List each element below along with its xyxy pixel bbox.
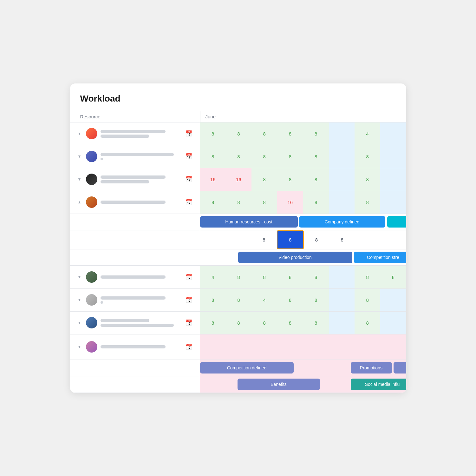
task-bar-company-defined[interactable]: Company defined [299,216,385,228]
calendar-icon[interactable]: 📅 [185,176,192,183]
day-cell[interactable]: 8 [277,312,303,334]
day-cell[interactable]: 8 [355,266,380,288]
day-cell[interactable]: 16 [277,191,303,214]
day-cell[interactable]: 8 [251,122,277,145]
day-cell[interactable]: 8 [277,289,303,311]
day-cell[interactable] [380,122,406,145]
day-cell[interactable]: 8 [226,312,251,334]
day-cell[interactable] [380,334,406,360]
day-cell[interactable]: 16 [226,168,251,191]
expand-arrow[interactable]: ▼ [78,298,83,302]
day-cell[interactable] [380,289,406,311]
day-cell[interactable] [329,312,355,334]
day-cell[interactable]: 8 [277,145,303,168]
day-cell[interactable]: 8 [251,230,277,249]
expand-arrow[interactable]: ▼ [78,275,83,279]
day-cell[interactable]: 8 [329,230,355,249]
expand-arrow[interactable]: ▼ [78,154,83,159]
calendar-icon[interactable]: 📅 [185,274,192,281]
name-bar [101,175,166,179]
day-cell[interactable]: 8 [251,145,277,168]
calendar-icon[interactable]: 📅 [185,296,192,303]
day-cell[interactable] [355,334,380,360]
day-cell[interactable]: 8 [303,122,329,145]
task-bar-competition-defined[interactable]: Competition defined [200,362,294,374]
day-cell[interactable] [329,145,355,168]
expand-arrow[interactable]: ▼ [78,177,83,182]
day-cell[interactable] [355,230,381,249]
day-cell[interactable] [380,168,406,191]
day-cell[interactable]: 8 [303,289,329,311]
expand-arrow[interactable]: ▲ [78,200,83,204]
day-cell[interactable] [380,145,406,168]
day-cell[interactable]: 8 [355,289,380,311]
calendar-icon[interactable]: 📅 [185,130,192,137]
task-bar-competition-stre[interactable]: Competition stre [354,252,406,263]
day-cell[interactable]: 8 [355,191,380,214]
day-cell[interactable] [200,334,226,360]
day-cell[interactable]: 8 [251,266,277,288]
calendar-icon[interactable]: 📅 [185,199,192,206]
day-cell[interactable] [277,334,303,360]
day-cell[interactable]: 8 [200,289,226,311]
day-cell[interactable]: 4 [355,122,380,145]
day-cell[interactable]: 8 [251,312,277,334]
day-cell[interactable]: 8 [303,312,329,334]
day-cell[interactable]: 16 [200,168,226,191]
day-cell[interactable]: 8 [277,168,303,191]
day-cell[interactable]: 8 [380,266,406,288]
day-cell[interactable]: 8 [355,145,380,168]
day-cell[interactable] [329,289,355,311]
day-cell[interactable]: 8 [226,145,251,168]
task-bar-social-media[interactable]: Social media influ [351,379,406,390]
day-cell[interactable]: 8 [251,168,277,191]
task-bar-human-resources[interactable]: Human resources - cost [200,216,298,228]
day-cell[interactable] [200,230,226,249]
day-cell[interactable] [329,168,355,191]
day-cell[interactable]: 8 [200,122,226,145]
day-cell[interactable]: 8 [303,191,329,214]
day-cell[interactable]: 8 [303,168,329,191]
day-cell[interactable]: 8 [277,122,303,145]
expand-arrow[interactable]: ▼ [78,131,83,136]
day-cell[interactable]: 8 [200,191,226,214]
day-cell[interactable]: 8 [251,191,277,214]
day-cell[interactable] [226,334,251,360]
day-cell[interactable] [329,266,355,288]
task-bar-promotions[interactable]: Promotions [351,362,392,374]
day-cell[interactable]: 8 [303,145,329,168]
day-cell[interactable] [329,334,355,360]
day-cell[interactable] [303,334,329,360]
calendar-icon[interactable]: 📅 [185,343,192,350]
day-cell[interactable]: 8 [200,312,226,334]
day-cell[interactable]: 8 [304,230,329,249]
day-cell[interactable]: 8 [200,145,226,168]
day-cell[interactable] [251,334,277,360]
day-cell[interactable]: 8 [277,266,303,288]
calendar-icon[interactable]: 📅 [185,153,192,160]
day-cell[interactable]: 8 [226,191,251,214]
day-cell[interactable] [380,312,406,334]
day-cell[interactable]: 4 [200,266,226,288]
day-cell[interactable]: 8 [226,266,251,288]
calendar-icon[interactable]: 📅 [185,319,192,326]
task-bar-promotions-ext[interactable] [394,362,406,374]
expand-arrow[interactable]: ▼ [78,345,83,349]
day-cell[interactable] [381,230,406,249]
day-cell[interactable] [225,230,251,249]
expand-arrow[interactable]: ▼ [78,321,83,325]
day-cell-selected[interactable]: 8 [277,230,304,249]
task-bar-benefits[interactable]: Benefits [238,379,320,390]
task-bar-video-production[interactable]: Video production [238,252,352,263]
day-cell[interactable]: 8 [226,289,251,311]
day-cell[interactable]: 4 [251,289,277,311]
day-cell[interactable] [329,122,355,145]
day-cell[interactable]: 8 [355,312,380,334]
task-label: Social media influ [365,382,400,387]
day-cell[interactable]: 8 [226,122,251,145]
day-cell[interactable]: 8 [303,266,329,288]
day-cell[interactable] [329,191,355,214]
day-cell[interactable] [380,191,406,214]
task-bar-cyan[interactable] [387,216,406,228]
day-cell[interactable]: 8 [355,168,380,191]
